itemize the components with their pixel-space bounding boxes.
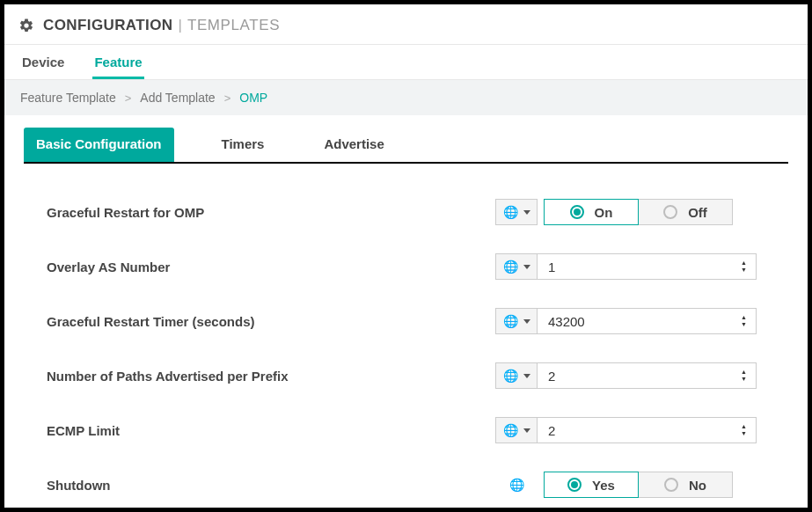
top-tabs: Device Feature (4, 45, 808, 80)
crumb-omp: OMP (239, 91, 267, 105)
radio-icon (664, 478, 678, 492)
chevron-right-icon: > (125, 91, 132, 105)
page-subtitle: TEMPLATES (187, 17, 280, 34)
tab-timers[interactable]: Timers (209, 128, 277, 162)
chevron-down-icon (523, 428, 530, 433)
gr-timer-value: 43200 (548, 314, 741, 329)
row-overlay-as: Overlay AS Number 🌐 1 ▲▼ (47, 239, 778, 294)
row-shutdown: Shutdown 🌐 Yes No (47, 457, 778, 512)
globe-icon: 🌐 (503, 424, 518, 436)
scope-dropdown[interactable]: 🌐 (495, 417, 538, 443)
number-stepper[interactable]: ▲▼ (741, 260, 747, 273)
toggle-off-label: Off (688, 205, 707, 220)
chevron-right-icon: > (224, 91, 231, 105)
crumb-add-template[interactable]: Add Template (140, 91, 215, 105)
radio-icon (663, 205, 677, 219)
toggle-on[interactable]: On (544, 199, 639, 225)
tab-feature[interactable]: Feature (92, 46, 143, 79)
scope-dropdown[interactable]: 🌐 (495, 362, 538, 389)
ecmp-limit-value: 2 (548, 423, 741, 438)
tab-basic-configuration[interactable]: Basic Configuration (24, 128, 174, 162)
globe-icon: 🌐 (503, 206, 518, 218)
scope-dropdown[interactable]: 🌐 (495, 253, 538, 280)
gear-icon (18, 18, 34, 33)
section-tabs: Basic Configuration Timers Advertise (24, 122, 788, 164)
number-stepper[interactable]: ▲▼ (741, 424, 747, 436)
ecmp-limit-input[interactable]: 2 ▲▼ (537, 417, 757, 443)
overlay-as-value: 1 (548, 260, 741, 274)
label-ecmp-limit: ECMP Limit (47, 423, 495, 438)
row-gr-timer: Graceful Restart Timer (seconds) 🌐 43200… (47, 294, 778, 348)
paths-per-prefix-value: 2 (548, 369, 741, 384)
row-graceful-restart: Graceful Restart for OMP 🌐 On Off (47, 185, 778, 239)
radio-icon (570, 205, 584, 219)
paths-per-prefix-input[interactable]: 2 ▲▼ (537, 362, 757, 389)
title-separator: | (178, 17, 181, 34)
number-stepper[interactable]: ▲▼ (741, 315, 747, 327)
globe-icon: 🌐 (503, 315, 518, 327)
toggle-yes[interactable]: Yes (544, 472, 639, 498)
toggle-on-label: On (595, 205, 613, 220)
chevron-down-icon (523, 374, 530, 378)
globe-icon: 🌐 (503, 369, 518, 382)
tab-advertise[interactable]: Advertise (311, 128, 396, 162)
scope-indicator[interactable]: 🌐 (495, 472, 538, 498)
toggle-no[interactable]: No (638, 472, 733, 498)
chevron-down-icon (523, 319, 530, 324)
label-overlay-as: Overlay AS Number (47, 260, 495, 274)
form-body: Graceful Restart for OMP 🌐 On Off (4, 164, 808, 512)
row-paths-per-prefix: Number of Paths Advertised per Prefix 🌐 … (47, 348, 778, 403)
toggle-no-label: No (689, 478, 706, 493)
chevron-down-icon (523, 210, 530, 215)
chevron-down-icon (523, 265, 530, 269)
toggle-off[interactable]: Off (638, 199, 733, 225)
page-title: CONFIGURATION (43, 17, 172, 34)
label-gr-timer: Graceful Restart Timer (seconds) (47, 314, 495, 329)
globe-icon: 🌐 (503, 260, 518, 273)
number-stepper[interactable]: ▲▼ (741, 369, 747, 382)
label-shutdown: Shutdown (47, 478, 495, 493)
label-paths-per-prefix: Number of Paths Advertised per Prefix (47, 369, 495, 384)
overlay-as-input[interactable]: 1 ▲▼ (537, 253, 757, 280)
scope-dropdown[interactable]: 🌐 (495, 199, 538, 225)
label-graceful-restart: Graceful Restart for OMP (47, 205, 495, 220)
gr-timer-input[interactable]: 43200 ▲▼ (537, 308, 757, 334)
toggle-yes-label: Yes (592, 478, 615, 493)
breadcrumb: Feature Template > Add Template > OMP (4, 80, 808, 115)
scope-dropdown[interactable]: 🌐 (495, 308, 538, 334)
row-ecmp-limit: ECMP Limit 🌐 2 ▲▼ (47, 403, 778, 457)
page-header: CONFIGURATION | TEMPLATES (4, 6, 808, 45)
radio-icon (567, 478, 582, 492)
globe-icon: 🌐 (509, 479, 524, 491)
crumb-feature-template[interactable]: Feature Template (20, 91, 116, 105)
tab-device[interactable]: Device (20, 46, 66, 79)
